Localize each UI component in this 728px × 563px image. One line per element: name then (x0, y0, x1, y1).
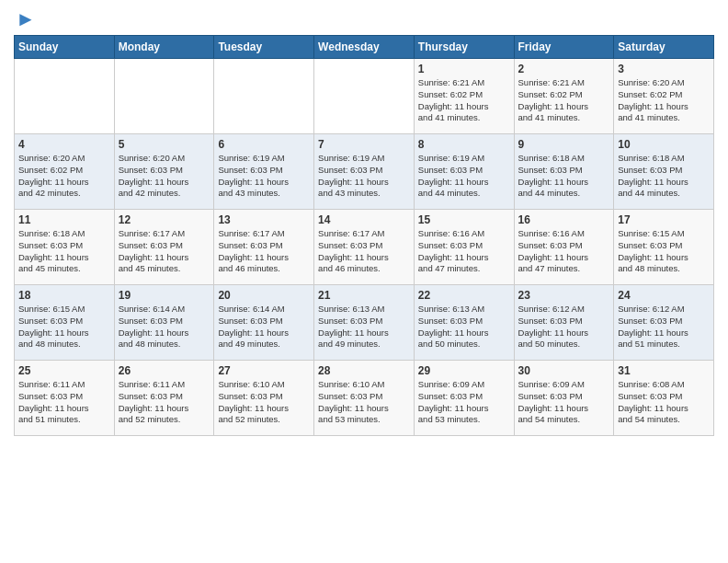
day-info: Sunrise: 6:09 AM Sunset: 6:03 PM Dayligh… (518, 379, 589, 424)
day-info: Sunrise: 6:16 AM Sunset: 6:03 PM Dayligh… (518, 228, 589, 273)
day-cell: 25Sunrise: 6:11 AM Sunset: 6:03 PM Dayli… (15, 361, 115, 436)
day-cell: 2Sunrise: 6:21 AM Sunset: 6:02 PM Daylig… (514, 59, 614, 134)
day-cell: 24Sunrise: 6:12 AM Sunset: 6:03 PM Dayli… (614, 285, 714, 361)
day-number: 17 (618, 213, 710, 226)
day-info: Sunrise: 6:18 AM Sunset: 6:03 PM Dayligh… (18, 228, 89, 273)
day-info: Sunrise: 6:20 AM Sunset: 6:03 PM Dayligh… (119, 153, 189, 198)
day-cell (214, 59, 314, 134)
day-number: 10 (618, 138, 710, 151)
day-info: Sunrise: 6:18 AM Sunset: 6:03 PM Dayligh… (518, 153, 589, 198)
day-info: Sunrise: 6:11 AM Sunset: 6:03 PM Dayligh… (119, 379, 189, 424)
day-info: Sunrise: 6:20 AM Sunset: 6:02 PM Dayligh… (618, 77, 688, 122)
day-info: Sunrise: 6:17 AM Sunset: 6:03 PM Dayligh… (218, 228, 289, 273)
day-number: 4 (18, 138, 110, 151)
day-number: 29 (418, 364, 510, 377)
logo: ► (14, 9, 36, 29)
day-number: 23 (518, 289, 610, 302)
day-cell (15, 59, 115, 134)
day-cell: 7Sunrise: 6:19 AM Sunset: 6:03 PM Daylig… (314, 134, 415, 210)
day-number: 16 (518, 213, 610, 226)
day-cell (314, 59, 415, 134)
day-info: Sunrise: 6:09 AM Sunset: 6:03 PM Dayligh… (418, 379, 489, 424)
week-row-3: 11Sunrise: 6:18 AM Sunset: 6:03 PM Dayli… (15, 210, 714, 285)
day-number: 26 (119, 364, 210, 377)
day-cell: 17Sunrise: 6:15 AM Sunset: 6:03 PM Dayli… (614, 210, 714, 285)
day-cell: 10Sunrise: 6:18 AM Sunset: 6:03 PM Dayli… (614, 134, 714, 210)
day-info: Sunrise: 6:20 AM Sunset: 6:02 PM Dayligh… (18, 153, 89, 198)
day-info: Sunrise: 6:19 AM Sunset: 6:03 PM Dayligh… (218, 153, 289, 198)
day-info: Sunrise: 6:11 AM Sunset: 6:03 PM Dayligh… (18, 379, 89, 424)
day-info: Sunrise: 6:13 AM Sunset: 6:03 PM Dayligh… (418, 304, 489, 349)
day-cell: 6Sunrise: 6:19 AM Sunset: 6:03 PM Daylig… (214, 134, 314, 210)
day-info: Sunrise: 6:12 AM Sunset: 6:03 PM Dayligh… (518, 304, 589, 349)
day-header-tuesday: Tuesday (214, 36, 314, 59)
day-number: 6 (218, 138, 310, 151)
day-number: 1 (418, 63, 510, 75)
day-header-thursday: Thursday (414, 36, 514, 59)
day-info: Sunrise: 6:08 AM Sunset: 6:03 PM Dayligh… (618, 379, 688, 424)
day-number: 15 (418, 213, 510, 226)
day-number: 31 (618, 364, 710, 377)
day-cell: 1Sunrise: 6:21 AM Sunset: 6:02 PM Daylig… (414, 59, 514, 134)
day-header-sunday: Sunday (15, 36, 115, 59)
day-cell: 3Sunrise: 6:20 AM Sunset: 6:02 PM Daylig… (614, 59, 714, 134)
day-cell: 5Sunrise: 6:20 AM Sunset: 6:03 PM Daylig… (114, 134, 214, 210)
day-info: Sunrise: 6:17 AM Sunset: 6:03 PM Dayligh… (318, 228, 389, 273)
week-row-2: 4Sunrise: 6:20 AM Sunset: 6:02 PM Daylig… (15, 134, 714, 210)
day-info: Sunrise: 6:14 AM Sunset: 6:03 PM Dayligh… (119, 304, 189, 349)
week-row-1: 1Sunrise: 6:21 AM Sunset: 6:02 PM Daylig… (15, 59, 714, 134)
day-cell: 27Sunrise: 6:10 AM Sunset: 6:03 PM Dayli… (214, 361, 314, 436)
day-info: Sunrise: 6:14 AM Sunset: 6:03 PM Dayligh… (218, 304, 289, 349)
day-info: Sunrise: 6:12 AM Sunset: 6:03 PM Dayligh… (618, 304, 688, 349)
day-info: Sunrise: 6:13 AM Sunset: 6:03 PM Dayligh… (318, 304, 389, 349)
day-cell: 21Sunrise: 6:13 AM Sunset: 6:03 PM Dayli… (314, 285, 415, 361)
day-cell: 19Sunrise: 6:14 AM Sunset: 6:03 PM Dayli… (114, 285, 214, 361)
day-number: 30 (518, 364, 610, 377)
day-header-monday: Monday (114, 36, 214, 59)
day-cell: 14Sunrise: 6:17 AM Sunset: 6:03 PM Dayli… (314, 210, 415, 285)
day-cell: 4Sunrise: 6:20 AM Sunset: 6:02 PM Daylig… (15, 134, 115, 210)
day-cell: 23Sunrise: 6:12 AM Sunset: 6:03 PM Dayli… (514, 285, 614, 361)
day-info: Sunrise: 6:18 AM Sunset: 6:03 PM Dayligh… (618, 153, 688, 198)
day-number: 28 (318, 364, 410, 377)
logo-bird-icon: ► (16, 9, 36, 29)
day-number: 7 (318, 138, 410, 151)
day-cell: 31Sunrise: 6:08 AM Sunset: 6:03 PM Dayli… (614, 361, 714, 436)
day-number: 13 (218, 213, 310, 226)
day-cell: 8Sunrise: 6:19 AM Sunset: 6:03 PM Daylig… (414, 134, 514, 210)
header: ► (14, 9, 714, 29)
day-info: Sunrise: 6:10 AM Sunset: 6:03 PM Dayligh… (218, 379, 289, 424)
day-number: 11 (18, 213, 110, 226)
day-number: 3 (618, 63, 710, 75)
day-cell: 29Sunrise: 6:09 AM Sunset: 6:03 PM Dayli… (414, 361, 514, 436)
day-number: 19 (119, 289, 210, 302)
day-number: 22 (418, 289, 510, 302)
day-number: 20 (218, 289, 310, 302)
day-number: 27 (218, 364, 310, 377)
day-cell: 15Sunrise: 6:16 AM Sunset: 6:03 PM Dayli… (414, 210, 514, 285)
day-header-wednesday: Wednesday (314, 36, 415, 59)
day-cell: 13Sunrise: 6:17 AM Sunset: 6:03 PM Dayli… (214, 210, 314, 285)
day-info: Sunrise: 6:17 AM Sunset: 6:03 PM Dayligh… (119, 228, 189, 273)
day-cell (114, 59, 214, 134)
day-number: 2 (518, 63, 610, 75)
day-number: 14 (318, 213, 410, 226)
day-info: Sunrise: 6:21 AM Sunset: 6:02 PM Dayligh… (518, 77, 589, 122)
day-info: Sunrise: 6:10 AM Sunset: 6:03 PM Dayligh… (318, 379, 389, 424)
day-cell: 28Sunrise: 6:10 AM Sunset: 6:03 PM Dayli… (314, 361, 415, 436)
day-number: 9 (518, 138, 610, 151)
day-header-friday: Friday (514, 36, 614, 59)
day-cell: 18Sunrise: 6:15 AM Sunset: 6:03 PM Dayli… (15, 285, 115, 361)
day-info: Sunrise: 6:15 AM Sunset: 6:03 PM Dayligh… (618, 228, 688, 273)
day-cell: 12Sunrise: 6:17 AM Sunset: 6:03 PM Dayli… (114, 210, 214, 285)
day-cell: 20Sunrise: 6:14 AM Sunset: 6:03 PM Dayli… (214, 285, 314, 361)
day-info: Sunrise: 6:16 AM Sunset: 6:03 PM Dayligh… (418, 228, 489, 273)
day-cell: 26Sunrise: 6:11 AM Sunset: 6:03 PM Dayli… (114, 361, 214, 436)
week-row-4: 18Sunrise: 6:15 AM Sunset: 6:03 PM Dayli… (15, 285, 714, 361)
day-info: Sunrise: 6:19 AM Sunset: 6:03 PM Dayligh… (418, 153, 489, 198)
day-number: 5 (119, 138, 210, 151)
calendar-table: SundayMondayTuesdayWednesdayThursdayFrid… (14, 35, 714, 436)
days-header-row: SundayMondayTuesdayWednesdayThursdayFrid… (15, 36, 714, 59)
day-number: 12 (119, 213, 210, 226)
day-info: Sunrise: 6:19 AM Sunset: 6:03 PM Dayligh… (318, 153, 389, 198)
